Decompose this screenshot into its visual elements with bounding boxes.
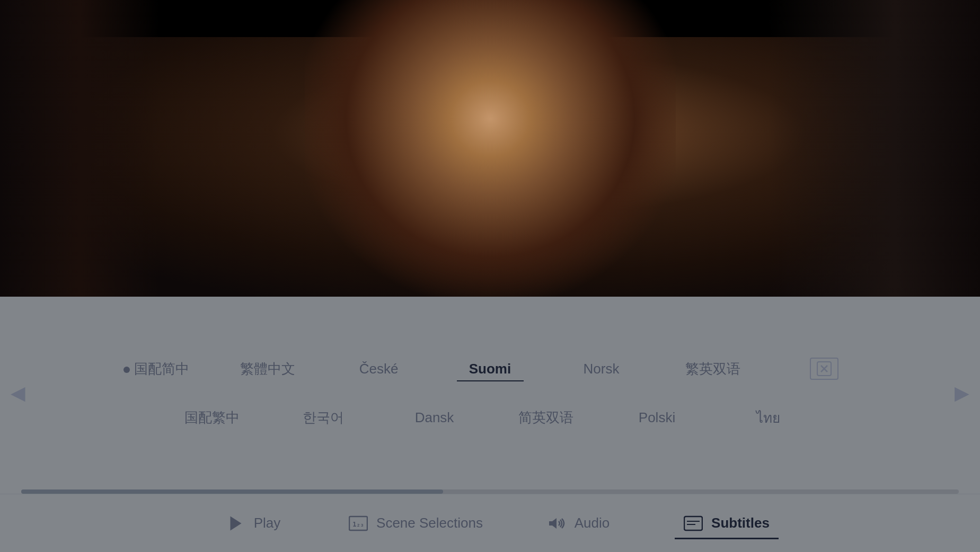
lang-item-fanying[interactable]: 繁英双语	[657, 355, 769, 382]
lang-label: Polski	[639, 409, 675, 425]
scroll-left-arrow[interactable]: ◀	[5, 377, 31, 409]
subtitles-icon	[684, 514, 703, 533]
lang-label: ไทย	[756, 410, 780, 426]
svg-rect-7	[684, 517, 702, 530]
lang-label: 한국어	[303, 409, 344, 425]
lang-item-suomi[interactable]: Suomi	[435, 357, 546, 381]
lang-label: 国配简中	[134, 361, 189, 377]
lang-item-dansk[interactable]: Dansk	[379, 405, 490, 430]
lang-label: 繁英双语	[685, 361, 740, 377]
lang-label: 繁體中文	[240, 361, 295, 377]
lang-item-polski[interactable]: Polski	[602, 405, 713, 430]
subtitles-button[interactable]: Subtitles	[652, 509, 801, 538]
lang-item-thai[interactable]: ไทย	[713, 403, 824, 433]
lang-item-ceske[interactable]: České	[323, 357, 435, 381]
svg-marker-3	[230, 516, 241, 530]
lang-label: České	[359, 361, 399, 377]
lang-label: Dansk	[415, 409, 454, 425]
close-lang-icon	[810, 358, 838, 380]
audio-button[interactable]: Audio	[504, 509, 652, 538]
timeline-bar	[21, 489, 959, 494]
lang-label: 国配繁中	[184, 409, 240, 425]
scene-selections-button[interactable]: 1₂₃ Scene Selections	[328, 509, 504, 538]
lang-label: Suomi	[469, 361, 511, 377]
lang-item-norsk[interactable]: Norsk	[546, 357, 657, 381]
subtitles-label: Subtitles	[711, 515, 770, 531]
scene-icon: 1₂₃	[349, 514, 368, 533]
lang-label: 简英双语	[518, 409, 573, 425]
language-row-1: 国配简中繁體中文ČeskéSuomiNorsk繁英双语	[42, 353, 938, 384]
language-section: ◀ 国配简中繁體中文ČeskéSuomiNorsk繁英双语 国配繁中한국어Dan…	[0, 297, 980, 489]
play-label: Play	[254, 515, 281, 531]
bottom-nav: Play 1₂₃ Scene Selections Audio	[0, 494, 980, 552]
lang-item-fanti[interactable]: 繁體中文	[212, 355, 323, 382]
lang-item-guopeijianzhong[interactable]: 国配简中	[101, 355, 212, 382]
lang-item-close-x[interactable]	[769, 353, 880, 384]
lang-item-guopei-fanti[interactable]: 国配繁中	[156, 404, 268, 431]
language-row-2: 国配繁中한국어Dansk简英双语Polskiไทย	[42, 403, 938, 433]
audio-icon	[547, 514, 566, 533]
svg-marker-6	[549, 518, 557, 529]
lang-label: Norsk	[584, 361, 620, 377]
svg-text:1₂₃: 1₂₃	[352, 521, 364, 528]
scroll-right-arrow[interactable]: ▶	[949, 377, 975, 409]
lang-item-korean[interactable]: 한국어	[268, 404, 379, 431]
play-button[interactable]: Play	[179, 509, 328, 538]
play-icon	[226, 514, 245, 533]
video-background	[0, 0, 980, 297]
lang-item-jianying[interactable]: 简英双语	[490, 404, 602, 431]
lang-bullet	[123, 367, 130, 373]
audio-label: Audio	[575, 515, 610, 531]
video-area	[0, 0, 980, 297]
scene-selections-label: Scene Selections	[376, 515, 483, 531]
menu-area: ◀ 国配简中繁體中文ČeskéSuomiNorsk繁英双语 国配繁中한국어Dan…	[0, 297, 980, 552]
